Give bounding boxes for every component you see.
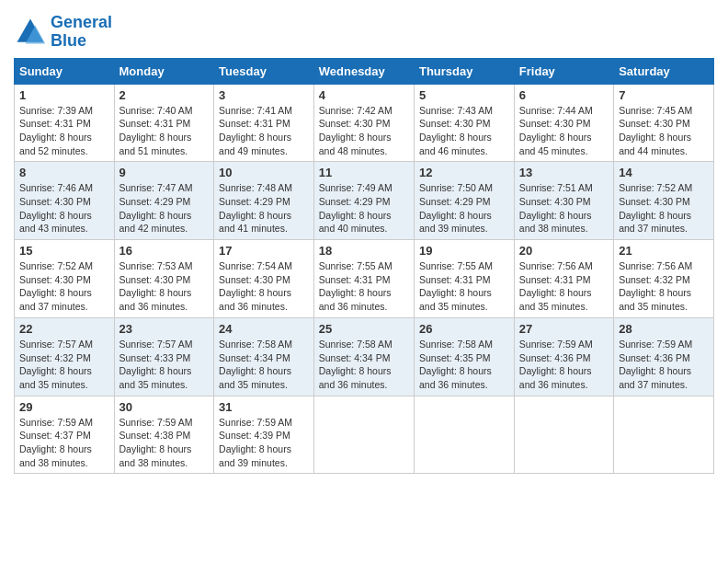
day-number: 23 xyxy=(119,322,210,336)
day-info: Sunrise: 7:59 AM Sunset: 4:39 PM Dayligh… xyxy=(219,416,309,470)
day-info: Sunrise: 7:54 AM Sunset: 4:30 PM Dayligh… xyxy=(219,259,309,314)
day-info: Sunrise: 7:58 AM Sunset: 4:35 PM Dayligh… xyxy=(419,338,509,392)
day-number: 24 xyxy=(219,322,309,336)
day-info: Sunrise: 7:42 AM Sunset: 4:30 PM Dayligh… xyxy=(319,104,409,158)
day-number: 1 xyxy=(19,88,109,102)
logo: General Blue xyxy=(14,14,112,51)
calendar-week-row: 15Sunrise: 7:52 AM Sunset: 4:30 PM Dayli… xyxy=(15,240,714,318)
calendar-cell: 5Sunrise: 7:43 AM Sunset: 4:30 PM Daylig… xyxy=(414,84,514,162)
calendar-cell: 14Sunrise: 7:52 AM Sunset: 4:30 PM Dayli… xyxy=(614,162,714,240)
day-number: 31 xyxy=(219,400,309,414)
day-info: Sunrise: 7:57 AM Sunset: 4:33 PM Dayligh… xyxy=(119,338,210,392)
day-number: 26 xyxy=(419,322,509,336)
calendar-cell: 15Sunrise: 7:52 AM Sunset: 4:30 PM Dayli… xyxy=(15,240,115,318)
calendar-cell: 23Sunrise: 7:57 AM Sunset: 4:33 PM Dayli… xyxy=(114,317,214,396)
calendar-cell: 1Sunrise: 7:39 AM Sunset: 4:31 PM Daylig… xyxy=(15,84,115,162)
calendar-cell: 21Sunrise: 7:56 AM Sunset: 4:32 PM Dayli… xyxy=(614,240,714,318)
day-info: Sunrise: 7:49 AM Sunset: 4:29 PM Dayligh… xyxy=(319,181,409,236)
calendar-cell: 4Sunrise: 7:42 AM Sunset: 4:30 PM Daylig… xyxy=(313,84,414,162)
calendar-cell: 24Sunrise: 7:58 AM Sunset: 4:34 PM Dayli… xyxy=(214,317,314,396)
calendar-cell: 13Sunrise: 7:51 AM Sunset: 4:30 PM Dayli… xyxy=(514,162,613,240)
calendar-week-row: 1Sunrise: 7:39 AM Sunset: 4:31 PM Daylig… xyxy=(15,84,714,162)
calendar-week-row: 22Sunrise: 7:57 AM Sunset: 4:32 PM Dayli… xyxy=(15,317,714,396)
calendar-cell: 3Sunrise: 7:41 AM Sunset: 4:31 PM Daylig… xyxy=(214,84,314,162)
day-info: Sunrise: 7:55 AM Sunset: 4:31 PM Dayligh… xyxy=(319,259,409,314)
day-info: Sunrise: 7:55 AM Sunset: 4:31 PM Dayligh… xyxy=(419,259,509,314)
day-number: 29 xyxy=(19,400,109,414)
calendar-table: SundayMondayTuesdayWednesdayThursdayFrid… xyxy=(14,58,714,475)
day-number: 2 xyxy=(119,88,210,102)
day-info: Sunrise: 7:59 AM Sunset: 4:36 PM Dayligh… xyxy=(619,338,709,392)
calendar-cell: 30Sunrise: 7:59 AM Sunset: 4:38 PM Dayli… xyxy=(114,396,214,474)
calendar-cell xyxy=(614,396,714,474)
day-number: 15 xyxy=(19,244,109,258)
calendar-cell: 22Sunrise: 7:57 AM Sunset: 4:32 PM Dayli… xyxy=(15,317,115,396)
calendar-cell: 6Sunrise: 7:44 AM Sunset: 4:30 PM Daylig… xyxy=(514,84,613,162)
calendar-cell: 19Sunrise: 7:55 AM Sunset: 4:31 PM Dayli… xyxy=(414,240,514,318)
calendar-week-row: 29Sunrise: 7:59 AM Sunset: 4:37 PM Dayli… xyxy=(15,396,714,474)
day-info: Sunrise: 7:56 AM Sunset: 4:31 PM Dayligh… xyxy=(519,259,609,314)
calendar-cell: 8Sunrise: 7:46 AM Sunset: 4:30 PM Daylig… xyxy=(15,162,115,240)
page-header: General Blue xyxy=(14,14,714,51)
day-number: 25 xyxy=(319,322,409,336)
logo-icon xyxy=(14,16,47,49)
day-number: 7 xyxy=(619,88,709,102)
day-number: 22 xyxy=(19,322,109,336)
day-info: Sunrise: 7:52 AM Sunset: 4:30 PM Dayligh… xyxy=(19,259,109,314)
day-info: Sunrise: 7:58 AM Sunset: 4:34 PM Dayligh… xyxy=(319,338,409,392)
calendar-cell: 11Sunrise: 7:49 AM Sunset: 4:29 PM Dayli… xyxy=(313,162,414,240)
calendar-cell: 29Sunrise: 7:59 AM Sunset: 4:37 PM Dayli… xyxy=(15,396,115,474)
day-number: 28 xyxy=(619,322,709,336)
day-number: 10 xyxy=(219,166,309,179)
day-number: 30 xyxy=(119,400,210,414)
calendar-cell: 20Sunrise: 7:56 AM Sunset: 4:31 PM Dayli… xyxy=(514,240,613,318)
day-info: Sunrise: 7:40 AM Sunset: 4:31 PM Dayligh… xyxy=(119,104,210,158)
calendar-cell: 26Sunrise: 7:58 AM Sunset: 4:35 PM Dayli… xyxy=(414,317,514,396)
weekday-header-thursday: Thursday xyxy=(414,58,514,84)
day-number: 20 xyxy=(519,244,609,258)
weekday-header-saturday: Saturday xyxy=(614,58,714,84)
calendar-cell: 2Sunrise: 7:40 AM Sunset: 4:31 PM Daylig… xyxy=(114,84,214,162)
calendar-cell: 25Sunrise: 7:58 AM Sunset: 4:34 PM Dayli… xyxy=(313,317,414,396)
day-number: 9 xyxy=(119,166,210,179)
weekday-header-friday: Friday xyxy=(514,58,613,84)
day-number: 4 xyxy=(319,88,409,102)
day-number: 17 xyxy=(219,244,309,258)
day-number: 14 xyxy=(619,166,709,179)
calendar-header-row: SundayMondayTuesdayWednesdayThursdayFrid… xyxy=(15,58,714,84)
day-info: Sunrise: 7:45 AM Sunset: 4:30 PM Dayligh… xyxy=(619,104,709,158)
day-info: Sunrise: 7:44 AM Sunset: 4:30 PM Dayligh… xyxy=(519,104,609,158)
day-info: Sunrise: 7:48 AM Sunset: 4:29 PM Dayligh… xyxy=(219,181,309,236)
day-info: Sunrise: 7:59 AM Sunset: 4:36 PM Dayligh… xyxy=(519,338,609,392)
calendar-cell: 17Sunrise: 7:54 AM Sunset: 4:30 PM Dayli… xyxy=(214,240,314,318)
weekday-header-monday: Monday xyxy=(114,58,214,84)
day-number: 11 xyxy=(319,166,409,179)
day-info: Sunrise: 7:53 AM Sunset: 4:30 PM Dayligh… xyxy=(119,259,210,314)
day-info: Sunrise: 7:57 AM Sunset: 4:32 PM Dayligh… xyxy=(19,338,109,392)
day-number: 16 xyxy=(119,244,210,258)
calendar-cell: 9Sunrise: 7:47 AM Sunset: 4:29 PM Daylig… xyxy=(114,162,214,240)
calendar-cell: 31Sunrise: 7:59 AM Sunset: 4:39 PM Dayli… xyxy=(214,396,314,474)
day-number: 13 xyxy=(519,166,609,179)
day-number: 18 xyxy=(319,244,409,258)
day-number: 19 xyxy=(419,244,509,258)
weekday-header-tuesday: Tuesday xyxy=(214,58,314,84)
day-number: 3 xyxy=(219,88,309,102)
day-number: 5 xyxy=(419,88,509,102)
day-info: Sunrise: 7:46 AM Sunset: 4:30 PM Dayligh… xyxy=(19,181,109,236)
day-info: Sunrise: 7:43 AM Sunset: 4:30 PM Dayligh… xyxy=(419,104,509,158)
calendar-cell: 7Sunrise: 7:45 AM Sunset: 4:30 PM Daylig… xyxy=(614,84,714,162)
day-number: 21 xyxy=(619,244,709,258)
day-info: Sunrise: 7:59 AM Sunset: 4:38 PM Dayligh… xyxy=(119,416,210,470)
day-number: 8 xyxy=(19,166,109,179)
day-info: Sunrise: 7:56 AM Sunset: 4:32 PM Dayligh… xyxy=(619,259,709,314)
day-info: Sunrise: 7:41 AM Sunset: 4:31 PM Dayligh… xyxy=(219,104,309,158)
weekday-header-wednesday: Wednesday xyxy=(313,58,414,84)
day-number: 6 xyxy=(519,88,609,102)
calendar-cell xyxy=(414,396,514,474)
calendar-cell xyxy=(514,396,613,474)
day-number: 12 xyxy=(419,166,509,179)
calendar-week-row: 8Sunrise: 7:46 AM Sunset: 4:30 PM Daylig… xyxy=(15,162,714,240)
calendar-cell: 12Sunrise: 7:50 AM Sunset: 4:29 PM Dayli… xyxy=(414,162,514,240)
day-info: Sunrise: 7:52 AM Sunset: 4:30 PM Dayligh… xyxy=(619,181,709,236)
